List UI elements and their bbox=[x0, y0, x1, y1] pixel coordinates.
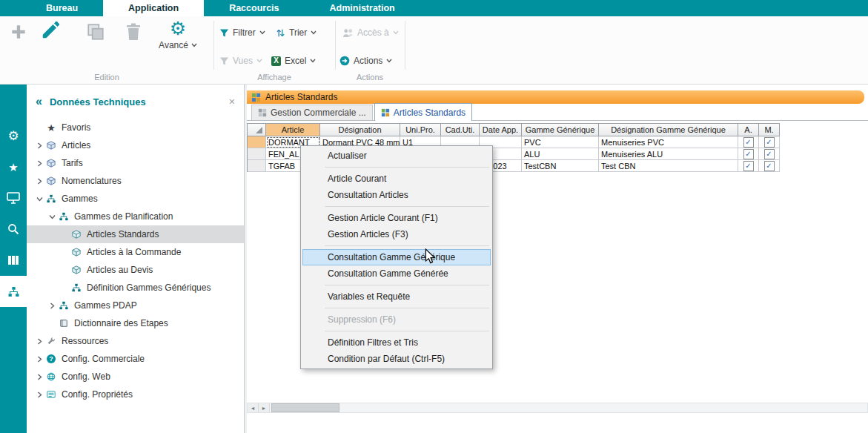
star-icon: ★ bbox=[8, 162, 18, 173]
rail-item-monitor[interactable] bbox=[0, 182, 27, 214]
sidebar-item-gammes[interactable]: Gammes bbox=[27, 190, 244, 208]
sidebar-item-tarifs[interactable]: Tarifs bbox=[27, 154, 244, 172]
column-header-article[interactable]: Article bbox=[266, 124, 320, 136]
chevron-right-icon[interactable] bbox=[34, 374, 44, 380]
sidebar-item-nomenclatures[interactable]: Nomenclatures bbox=[27, 172, 244, 190]
sidebar-item-articles-au-devis[interactable]: Articles au Devis bbox=[27, 261, 244, 279]
rail-item-grid[interactable] bbox=[0, 245, 27, 276]
chevron-right-icon[interactable] bbox=[34, 178, 44, 185]
grid-cell-checkbox[interactable]: ✓ bbox=[738, 148, 759, 160]
collapse-panel-icon[interactable]: « bbox=[36, 95, 41, 108]
tab-articles-standards[interactable]: Articles Standards bbox=[374, 103, 472, 121]
filter-icon bbox=[219, 56, 229, 66]
application-window: Bureau Application Raccourcis Administra… bbox=[0, 0, 868, 433]
row-selector[interactable] bbox=[248, 148, 266, 160]
checkbox-checked-icon: ✓ bbox=[743, 137, 754, 148]
grid-cell[interactable]: TestCBN bbox=[522, 160, 599, 172]
scrollbar-thumb[interactable] bbox=[271, 403, 339, 412]
column-header-designation-gamme-generique[interactable]: Désignation Gamme Générique bbox=[599, 124, 738, 136]
package-icon bbox=[70, 248, 83, 257]
scroll-left-icon[interactable]: ◄ bbox=[248, 403, 259, 412]
chevron-down-icon[interactable] bbox=[47, 214, 57, 219]
column-header-a[interactable]: A. bbox=[738, 124, 759, 136]
app-gray-icon bbox=[258, 108, 267, 117]
chevron-right-icon[interactable] bbox=[47, 303, 57, 309]
ribbon-group-label-affichage: Affichage bbox=[213, 73, 335, 82]
sidebar-item-ressources[interactable]: Ressources bbox=[27, 332, 244, 350]
column-header-gamme-generique[interactable]: Gamme Générique bbox=[522, 124, 599, 136]
sidebar-item-definition-gammes-generiques[interactable]: Définition Gammes Génériques bbox=[27, 279, 244, 297]
close-panel-icon[interactable]: × bbox=[229, 96, 235, 108]
filtrer-button[interactable]: Filtrer bbox=[219, 27, 265, 39]
scroll-right-icon[interactable]: ► bbox=[259, 403, 270, 412]
rail-item-search[interactable] bbox=[0, 214, 27, 245]
menu-tab-administration[interactable]: Administration bbox=[305, 0, 420, 16]
column-header-cad-uti[interactable]: Cad.Uti. bbox=[441, 124, 480, 136]
trier-button[interactable]: Trier bbox=[276, 27, 317, 39]
menu-item-gestion-articles-f3[interactable]: Gestion Articles (F3) bbox=[302, 226, 491, 242]
row-selector[interactable] bbox=[248, 136, 266, 148]
column-header-m[interactable]: M. bbox=[759, 124, 780, 136]
horizontal-scrollbar[interactable]: ◄ ► bbox=[247, 403, 868, 413]
sidebar-item-config-proprietes[interactable]: Config. Propriétés bbox=[27, 386, 244, 403]
sidebar-item-label: Config. Commerciale bbox=[62, 354, 145, 364]
sidebar-item-articles-standards[interactable]: Articles Standards bbox=[27, 225, 244, 243]
grid-cell[interactable]: Menuiseries ALU bbox=[599, 148, 738, 160]
chevron-right-icon[interactable] bbox=[34, 338, 44, 345]
menu-item-article-courant[interactable]: Article Courant bbox=[302, 171, 491, 187]
menu-tab-application[interactable]: Application bbox=[103, 0, 204, 16]
menu-item-definition-filtres-et-tris[interactable]: Définition Filtres et Tris bbox=[302, 334, 491, 351]
sidebar-item-config-commerciale[interactable]: ?Config. Commerciale bbox=[27, 350, 244, 368]
chevron-right-icon[interactable] bbox=[34, 391, 44, 398]
chevron-right-icon[interactable] bbox=[34, 160, 44, 167]
rail-item-favorites[interactable]: ★ bbox=[0, 151, 27, 182]
chevron-right-icon[interactable] bbox=[34, 356, 44, 363]
menu-item-variables-et-requete[interactable]: Variables et Requête bbox=[302, 288, 491, 305]
tab-gestion-commerciale[interactable]: Gestion Commerciale ... bbox=[251, 105, 373, 120]
menu-tab-raccourcis[interactable]: Raccourcis bbox=[204, 0, 304, 16]
grid-cell[interactable]: Menuiseries PVC bbox=[599, 136, 738, 148]
grid-cell-checkbox[interactable]: ✓ bbox=[759, 148, 780, 160]
document-tabs: Gestion Commerciale ... Articles Standar… bbox=[247, 104, 868, 121]
grid-cell-checkbox[interactable]: ✓ bbox=[738, 160, 759, 172]
column-header-designation[interactable]: Désignation bbox=[320, 124, 400, 136]
sidebar-item-favoris[interactable]: ★Favoris bbox=[27, 119, 244, 136]
column-header-selector[interactable] bbox=[248, 124, 266, 136]
monitor-icon bbox=[7, 192, 20, 204]
grid-cell-checkbox[interactable]: ✓ bbox=[759, 160, 780, 172]
grid-cell-checkbox[interactable]: ✓ bbox=[738, 136, 759, 148]
advanced-button[interactable]: ⚙ Avancé bbox=[157, 19, 199, 50]
sidebar-item-gammes-de-planification[interactable]: Gammes de Planification bbox=[27, 208, 244, 225]
column-header-date-app[interactable]: Date App. bbox=[480, 124, 522, 136]
menu-item-condition-par-defaut-ctrl-f5[interactable]: Condition par Défaut (Ctrl-F5) bbox=[302, 351, 491, 367]
chevron-down-icon[interactable] bbox=[34, 196, 44, 202]
column-header-uni-pro[interactable]: Uni.Pro. bbox=[400, 124, 441, 136]
sidebar-item-articles-a-la-commande[interactable]: Articles à la Commande bbox=[27, 243, 244, 261]
row-selector[interactable] bbox=[248, 160, 266, 172]
grid-cell[interactable]: PVC bbox=[522, 136, 599, 148]
rail-item-technical-data[interactable] bbox=[0, 276, 27, 307]
gear-icon: ⚙ bbox=[7, 130, 19, 142]
grid-cell[interactable]: Test CBN bbox=[599, 160, 738, 172]
grid-cell-checkbox[interactable]: ✓ bbox=[759, 136, 780, 148]
sidebar-item-articles[interactable]: Articles bbox=[27, 136, 244, 154]
sidebar-item-gammes-pdap[interactable]: Gammes PDAP bbox=[27, 297, 244, 314]
sidebar-item-config-web[interactable]: Config. Web bbox=[27, 368, 244, 386]
actions-button[interactable]: Actions bbox=[339, 55, 392, 67]
edit-button[interactable] bbox=[40, 19, 62, 41]
menu-tab-bureau[interactable]: Bureau bbox=[21, 0, 103, 16]
menu-item-consultation-articles[interactable]: Consultation Articles bbox=[302, 187, 491, 203]
menu-item-consultation-gamme-generee[interactable]: Consultation Gamme Générée bbox=[302, 265, 491, 282]
actions-arrow-icon bbox=[339, 56, 350, 66]
grid-cell[interactable]: ALU bbox=[522, 148, 599, 160]
question-icon: ? bbox=[44, 354, 58, 363]
menu-item-gestion-article-courant-f1[interactable]: Gestion Article Courant (F1) bbox=[302, 210, 491, 226]
menu-item-consultation-gamme-generique[interactable]: Consultation Gamme Générique bbox=[302, 249, 491, 265]
excel-button[interactable]: XExcel bbox=[271, 55, 316, 67]
menu-separator bbox=[325, 285, 489, 285]
chevron-right-icon[interactable] bbox=[34, 142, 44, 149]
sidebar-item-dictionnaire-des-etapes[interactable]: Dictionnaire des Etapes bbox=[27, 314, 244, 332]
pencil-icon bbox=[40, 19, 62, 41]
rail-item-settings[interactable]: ⚙ bbox=[0, 120, 27, 151]
menu-item-actualiser[interactable]: Actualiser bbox=[302, 148, 491, 164]
